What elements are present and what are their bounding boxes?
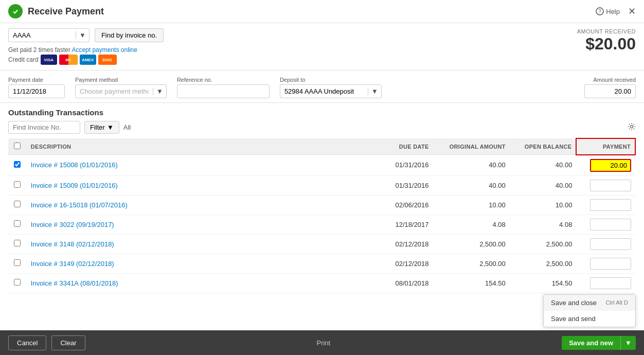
row-payment-cell[interactable] (576, 195, 635, 215)
clear-button[interactable]: Clear (51, 335, 85, 350)
row-checkbox-cell[interactable] (8, 215, 27, 234)
payment-input[interactable] (590, 180, 631, 191)
row-description: Invoice # 3022 (09/19/2017) (27, 215, 371, 234)
open-balance-column-header: OPEN BALANCE (510, 138, 577, 155)
form-section: Payment date Payment method Choose payme… (0, 70, 644, 103)
find-by-invoice-button[interactable]: Find by invoice no. (95, 28, 164, 42)
transactions-table: DESCRIPTION DUE DATE ORIGINAL AMOUNT OPE… (8, 138, 636, 293)
invoice-link[interactable]: Invoice # 3148 (02/12/2018) (31, 240, 114, 248)
select-all-checkbox[interactable] (14, 143, 21, 149)
row-due-date: 02/12/2018 (371, 234, 433, 254)
row-open-balance: 154.50 (510, 273, 577, 293)
row-checkbox-cell[interactable] (8, 155, 27, 176)
row-payment-cell[interactable] (576, 175, 635, 195)
amount-received-input[interactable] (584, 84, 636, 98)
customer-dropdown[interactable]: AAAA (9, 29, 76, 42)
payment-date-group: Payment date (8, 77, 65, 98)
row-payment-cell[interactable] (576, 273, 635, 293)
row-open-balance: 10.00 (510, 195, 577, 215)
invoice-link[interactable]: Invoice # 15008 (01/01/2016) (31, 161, 118, 169)
save-and-send-item[interactable]: Save and send (544, 311, 635, 327)
amount-received-section: AMOUNT RECEIVED $20.00 (577, 28, 636, 54)
amount-received-form-label: Amount received (593, 77, 636, 83)
row-due-date: 01/31/2016 (371, 155, 433, 176)
table-row: Invoice # 3022 (09/19/2017)12/18/20174.0… (8, 215, 635, 234)
payment-column-header: PAYMENT (576, 138, 635, 155)
payment-input[interactable] (590, 277, 631, 289)
payment-input[interactable] (590, 258, 631, 270)
invoice-link[interactable]: Invoice # 3149 (02/12/2018) (31, 260, 114, 268)
footer: Cancel Clear Print Save and close Ctrl A… (0, 330, 644, 355)
reference-no-label: Reference no. (177, 77, 270, 83)
row-checkbox[interactable] (14, 279, 21, 286)
row-due-date: 12/18/2017 (371, 215, 433, 234)
help-link[interactable]: ? Help (596, 7, 620, 15)
print-label[interactable]: Print (316, 339, 330, 347)
row-payment-cell[interactable] (576, 155, 635, 176)
invoice-link[interactable]: Invoice # 3022 (09/19/2017) (31, 221, 114, 228)
filter-all-label[interactable]: All (123, 123, 131, 131)
amount-received-value: $20.00 (577, 34, 636, 54)
save-dropdown-menu: Save and close Ctrl Alt D Save and send (543, 294, 636, 327)
deposit-to-arrow[interactable]: ▼ (368, 87, 381, 95)
payment-input[interactable] (590, 219, 631, 230)
svg-point-3 (631, 126, 633, 128)
row-open-balance: 40.00 (510, 155, 577, 176)
payment-input[interactable] (590, 238, 631, 250)
close-button[interactable]: ✕ (628, 6, 636, 17)
filter-button[interactable]: Filter ▼ (84, 121, 119, 134)
row-checkbox-cell[interactable] (8, 195, 27, 215)
find-invoice-input[interactable] (8, 121, 80, 134)
svg-text:?: ? (598, 9, 601, 14)
row-payment-cell[interactable] (576, 254, 635, 273)
row-checkbox-cell[interactable] (8, 175, 27, 195)
row-checkbox[interactable] (14, 201, 21, 207)
invoice-link[interactable]: Invoice # 3341A (08/01/2018) (31, 279, 118, 287)
payment-method-select-wrapper[interactable]: Choose payment method ▼ (75, 84, 167, 98)
payment-method-select[interactable]: Choose payment method (76, 85, 153, 98)
reference-no-input[interactable] (177, 84, 270, 98)
deposit-to-select-wrapper[interactable]: 52984 AAAA Undeposit ▼ (280, 84, 382, 98)
due-date-column-header: DUE DATE (371, 138, 433, 155)
save-and-new-button[interactable]: Save and new (562, 336, 620, 350)
row-description: Invoice # 15009 (01/01/2016) (27, 175, 371, 195)
table-row: Invoice # 15008 (01/01/2016)01/31/201640… (8, 155, 635, 176)
row-checkbox[interactable] (14, 259, 21, 266)
select-all-header[interactable] (8, 138, 27, 155)
header-right: ? Help ✕ (596, 6, 636, 17)
invoice-link[interactable]: Invoice # 16-15018 (01/07/2016) (31, 201, 128, 209)
row-checkbox[interactable] (14, 161, 21, 168)
payment-date-input[interactable] (8, 84, 65, 98)
save-close-group: Save and close Ctrl Alt D Save and send … (562, 336, 636, 350)
amex-icon: AMEX (80, 55, 96, 65)
row-checkbox-cell[interactable] (8, 234, 27, 254)
save-dropdown-toggle[interactable]: ▼ (620, 336, 636, 350)
row-checkbox-cell[interactable] (8, 254, 27, 273)
section-title: Outstanding Transactions (8, 108, 636, 117)
payment-input[interactable] (590, 199, 631, 211)
cancel-button[interactable]: Cancel (8, 335, 46, 350)
header: Receive Payment ? Help ✕ (0, 0, 644, 23)
settings-icon[interactable] (628, 122, 636, 132)
row-checkbox[interactable] (14, 220, 21, 227)
page-title: Receive Payment (28, 6, 104, 17)
payment-date-label: Payment date (8, 77, 65, 83)
row-checkbox[interactable] (14, 181, 21, 188)
accept-payments-link[interactable]: Accept payments online (71, 46, 137, 54)
row-checkbox[interactable] (14, 240, 21, 246)
save-and-close-item[interactable]: Save and close Ctrl Alt D (544, 295, 635, 311)
reference-no-group: Reference no. (177, 77, 270, 98)
customer-select[interactable]: AAAA ▼ (8, 28, 90, 42)
payment-method-arrow[interactable]: ▼ (153, 87, 166, 95)
row-payment-cell[interactable] (576, 215, 635, 234)
row-payment-cell[interactable] (576, 234, 635, 254)
row-description: Invoice # 3148 (02/12/2018) (27, 234, 371, 254)
row-description: Invoice # 15008 (01/01/2016) (27, 155, 371, 176)
customer-dropdown-arrow[interactable]: ▼ (76, 31, 89, 39)
payment-input[interactable] (590, 159, 631, 172)
row-open-balance: 2,500.00 (510, 254, 577, 273)
row-due-date: 08/01/2018 (371, 273, 433, 293)
row-checkbox-cell[interactable] (8, 273, 27, 293)
invoice-link[interactable]: Invoice # 15009 (01/01/2016) (31, 182, 118, 189)
deposit-to-select[interactable]: 52984 AAAA Undeposit (280, 85, 368, 98)
